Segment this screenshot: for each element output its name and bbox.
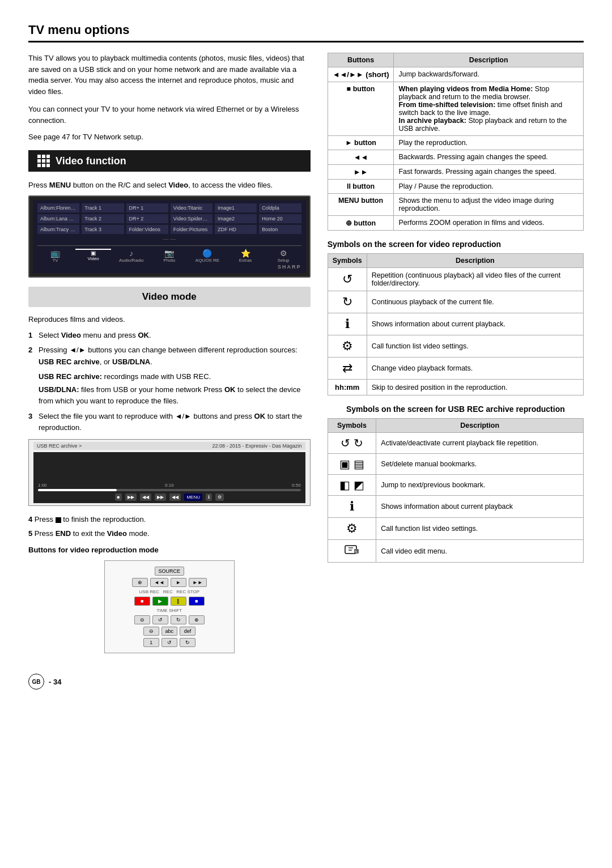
steps-list: 1 Select Video menu and press OK. 2 Pres…	[28, 330, 311, 367]
btn-rw: ◄◄	[328, 150, 394, 165]
sym-repeat-all-desc: Repetition (continuous playback) all vid…	[367, 268, 583, 291]
table-row: ■ button When playing videos from Media …	[328, 82, 583, 136]
sym-repeat-all: ↺	[328, 268, 367, 291]
tv-cell: Video:Titanic	[171, 203, 212, 212]
remote-yellow: ‖	[171, 597, 186, 606]
symbols-usb-table: Symbols Description ↺ ↻ Activate/deactiv…	[328, 418, 584, 563]
step-1-text: Select Video menu and press OK.	[39, 330, 151, 341]
video-mode-header: Video mode	[28, 287, 311, 307]
tv-cell: DR+ 2	[126, 214, 168, 223]
video-function-label: Video function	[56, 155, 126, 167]
remote-ts1: ↺	[152, 615, 168, 624]
remote-rw: ◄◄	[150, 578, 168, 587]
col-buttons: Buttons	[328, 53, 394, 67]
remote-ff: ►►	[189, 578, 207, 587]
btn-ff: ►►	[328, 165, 394, 180]
step-num-3: 3	[28, 411, 36, 433]
sym-col1: Symbols	[328, 254, 367, 268]
step-num-1: 1	[28, 330, 36, 341]
sym-usb-col2: Description	[376, 419, 584, 433]
tv-menu-item-photo: 📷Photo	[151, 249, 187, 263]
see-page-text: See page 47 for TV Network setup.	[28, 133, 311, 141]
sym-usb-bookmark-set: ▣ ▤	[328, 454, 376, 475]
sym-row: ↻ Continuous playback of the current fil…	[328, 291, 583, 313]
video-function-header: Video function	[28, 150, 311, 172]
tv-cell: Album:Tracy Chapman	[37, 225, 79, 234]
remote-red: ■	[134, 597, 150, 606]
table-row: ⊕ button Performs ZOOM operation in film…	[328, 216, 583, 231]
remote-1: ⊖	[143, 627, 159, 636]
sym-usb-row: ◧ ◩ Jump to next/previous bookmark.	[328, 475, 583, 496]
btn-skip: ◄◄/►► (short)	[328, 67, 394, 82]
tv-cell: DR+ 1	[126, 203, 168, 212]
usb-rec-desc: USB REC archive: recordings made with US…	[39, 371, 311, 382]
symbols-video-table: Symbols Description ↺ Repetition (contin…	[328, 253, 584, 395]
tv-cell: Image1	[215, 203, 257, 212]
step-num-2: 2	[28, 344, 36, 367]
step-2: 2 Pressing ◄/► buttons you can change be…	[28, 344, 311, 367]
desc-pause: Play / Pause the reproduction.	[394, 180, 584, 194]
sym-usb-repeat-desc: Activate/deactivate current playback fil…	[376, 433, 584, 454]
sym-usb-info-desc: Shows information about current playback	[376, 496, 584, 518]
sym-usb-info: ℹ	[328, 496, 376, 518]
tv-cell: Folder:Pictures	[171, 225, 212, 234]
remote-source: SOURCE	[155, 567, 185, 576]
remote-ts3: ⊕	[189, 615, 205, 624]
sym-usb-settings-desc: Call function list video settings.	[376, 518, 584, 540]
table-row: ◄◄/►► (short) Jump backwards/forward.	[328, 67, 583, 82]
video-mode-intro: Reproduces films and videos.	[28, 314, 311, 325]
table-row: ►► Fast forwards. Pressing again changes…	[328, 165, 583, 180]
desc-play: Play the reproduction.	[394, 136, 584, 150]
step-3-text: Select the file you want to reproduce wi…	[39, 411, 311, 433]
btn-zoom: ⊕ button	[328, 216, 394, 231]
tv-cell: Image2	[215, 214, 257, 223]
sym-row: ↺ Repetition (continuous playback) all v…	[328, 268, 583, 291]
remote-abc: abc	[162, 627, 178, 636]
sym-settings: ⚙	[328, 335, 367, 358]
tv-menu-item-audio: ♪Audio/Radio	[113, 249, 149, 263]
intro-text-2: You can connect your TV to your home net…	[28, 104, 311, 126]
tv-cell: Folder:Videos	[126, 225, 168, 234]
remote-pause: ⊖	[134, 615, 150, 624]
buttons-label: Buttons for video reproduction mode	[28, 544, 311, 556]
step-3: 3 Select the file you want to reproduce …	[28, 411, 311, 433]
sym-settings-desc: Call function list video settings.	[367, 335, 583, 358]
usb-screenshot: USB REC archive > 22:08 - 2015 - Express…	[28, 439, 311, 506]
sym-repeat-one: ↻	[328, 291, 367, 313]
usb-path: USB REC archive >	[37, 443, 82, 449]
sym-row: ⇄ Change video playback formats.	[328, 358, 583, 380]
tv-menu-item-tv: 📺TV	[37, 249, 73, 263]
desc-zoom: Performs ZOOM operation in films and vid…	[394, 216, 584, 231]
remote-play: ►	[171, 578, 186, 587]
remote-green: ▶	[152, 597, 168, 606]
btn-menu: MENU button	[328, 194, 394, 216]
tv-menu-item-setup: ⚙Setup	[266, 249, 301, 263]
sym-info: ℹ	[328, 313, 367, 335]
svg-text:✎: ✎	[355, 550, 358, 554]
tv-screenshot: Album:Florence 1-The Machine Track 1 DR+…	[28, 195, 311, 278]
sym-hhmm: hh:mm	[328, 380, 367, 395]
remote-ts2: ↻	[171, 615, 186, 624]
sharp-logo: SHARP	[37, 264, 301, 270]
buttons-table: Buttons Description ◄◄/►► (short) Jump b…	[328, 53, 584, 231]
btn-play: ► button	[328, 136, 394, 150]
tv-cell: ZDF HD	[215, 225, 257, 234]
sym-row: hh:mm Skip to desired position in the re…	[328, 380, 583, 395]
usb-info: 22:08 - 2015 - Expressiv - Das Magazin	[212, 443, 302, 449]
tv-menu-item-video: ▣Video	[75, 249, 111, 263]
tv-cell: Boston	[259, 225, 301, 234]
remote-b1: 1	[143, 638, 159, 647]
desc-skip: Jump backwards/forward.	[394, 67, 584, 82]
table-row: MENU button Shows the menu to adjust the…	[328, 194, 583, 216]
sym-usb-row: ✎ Call video edit menu.	[328, 540, 583, 563]
sym-usb-row: ⚙ Call function list video settings.	[328, 518, 583, 540]
desc-stop: When playing videos from Media Home: Sto…	[394, 82, 584, 136]
symbols-video-heading: Symbols on the screen for video reproduc…	[328, 240, 584, 249]
sym-hhmm-desc: Skip to desired position in the reproduc…	[367, 380, 583, 395]
symbols-usb-heading: Symbols on the screen for USB REC archiv…	[328, 405, 584, 414]
page-number: - 34	[49, 678, 61, 686]
gb-badge: GB	[28, 674, 44, 690]
sym-usb-bookmark-jump: ◧ ◩	[328, 475, 376, 496]
sym-repeat-one-desc: Continuous playback of the current file.	[367, 291, 583, 313]
press-menu-text: Press MENU button on the R/C and select …	[28, 180, 311, 191]
